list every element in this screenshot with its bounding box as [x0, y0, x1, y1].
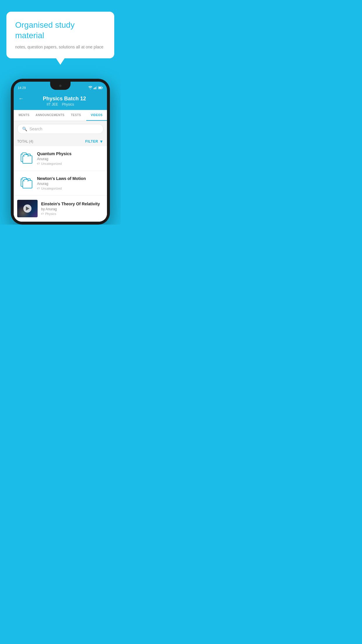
wifi-icon	[88, 86, 92, 90]
folder-stack-icon	[19, 177, 32, 190]
video-info-1: Quantum Physics Anurag 🏷 Uncategorized	[37, 151, 103, 165]
search-input[interactable]: 🔍 Search	[17, 124, 103, 134]
list-item[interactable]: Quantum Physics Anurag 🏷 Uncategorized	[14, 146, 107, 171]
search-placeholder: Search	[29, 127, 42, 131]
video-tag: 🏷 Uncategorized	[37, 162, 103, 165]
filter-label: FILTER	[85, 139, 98, 144]
svg-rect-3	[96, 86, 97, 89]
subtitle-tag1: IIT JEE	[47, 102, 58, 106]
filter-button[interactable]: FILTER ▼	[85, 139, 103, 144]
bubble-subtitle: notes, question papers, solutions all at…	[15, 44, 106, 50]
tab-tests[interactable]: TESTS	[66, 110, 86, 121]
app-subtitle: IIT JEE Physics	[47, 102, 74, 106]
list-item[interactable]: Newton's Laws of Motion Anurag 🏷 Uncateg…	[14, 171, 107, 196]
speech-bubble: Organised study material notes, question…	[6, 12, 114, 58]
folder-front	[22, 180, 32, 188]
video-info-3: Einstein's Theory Of Relativity by Anura…	[41, 202, 103, 216]
filter-icon: ▼	[99, 139, 103, 144]
tab-bar: MENTS ANNOUNCEMENTS TESTS VIDEOS	[14, 110, 107, 121]
app-title: Physics Batch 12	[27, 96, 102, 102]
app-bar: ← Physics Batch 12 IIT JEE Physics	[14, 92, 107, 110]
status-time: 14:29	[18, 86, 26, 90]
tab-announcements[interactable]: ANNOUNCEMENTS	[34, 110, 66, 121]
battery-icon	[98, 86, 103, 89]
svg-rect-6	[99, 87, 101, 88]
folder-front	[22, 155, 32, 164]
play-triangle-icon	[26, 206, 29, 211]
play-button[interactable]	[23, 204, 31, 213]
tag-icon: 🏷	[37, 187, 40, 190]
search-bar-container: 🔍 Search	[14, 121, 107, 137]
back-button[interactable]: ←	[18, 96, 24, 102]
video-author: Anurag	[37, 157, 103, 161]
tag-icon: 🏷	[37, 162, 40, 165]
folder-stack-icon	[19, 152, 32, 165]
phone-wrapper: 14:29	[0, 79, 121, 225]
total-count-label: TOTAL (4)	[17, 139, 33, 144]
folder-thumb-2	[17, 175, 34, 191]
list-item[interactable]: Einstein's Theory Of Relativity by Anura…	[14, 196, 107, 222]
video-info-2: Newton's Laws of Motion Anurag 🏷 Uncateg…	[37, 176, 103, 190]
signal-icon	[94, 86, 97, 89]
tag-icon: 🏷	[41, 212, 44, 215]
top-section: Organised study material notes, question…	[0, 0, 121, 64]
svg-rect-1	[94, 88, 95, 89]
video-author: by Anurag	[41, 207, 103, 211]
tag-label: Physics	[45, 212, 56, 216]
video-title: Quantum Physics	[37, 151, 103, 156]
svg-rect-5	[102, 87, 103, 88]
bubble-title: Organised study material	[15, 20, 106, 41]
video-tag: 🏷 Physics	[41, 212, 103, 216]
folder-thumb-1	[17, 150, 34, 167]
phone-notch	[50, 82, 71, 90]
status-bar: 14:29	[14, 82, 107, 92]
subtitle-tag2: Physics	[62, 102, 74, 106]
tab-ments[interactable]: MENTS	[14, 110, 34, 121]
video-title: Einstein's Theory Of Relativity	[41, 202, 103, 206]
svg-rect-2	[95, 87, 96, 89]
video-author: Anurag	[37, 182, 103, 186]
filter-bar: TOTAL (4) FILTER ▼	[14, 137, 107, 146]
svg-rect-0	[94, 88, 94, 89]
tag-label: Uncategorized	[41, 162, 62, 165]
camera-dot	[59, 85, 61, 87]
phone-screen: ← Physics Batch 12 IIT JEE Physics MENTS…	[14, 92, 107, 222]
tag-label: Uncategorized	[41, 187, 62, 190]
search-icon: 🔍	[22, 127, 27, 131]
video-tag: 🏷 Uncategorized	[37, 187, 103, 190]
video-list: Quantum Physics Anurag 🏷 Uncategorized	[14, 146, 107, 222]
einstein-thumbnail	[17, 200, 38, 217]
phone-mockup: 14:29	[11, 79, 110, 225]
tab-videos[interactable]: VIDEOS	[86, 110, 107, 121]
status-icons	[88, 86, 103, 90]
video-title: Newton's Laws of Motion	[37, 176, 103, 181]
